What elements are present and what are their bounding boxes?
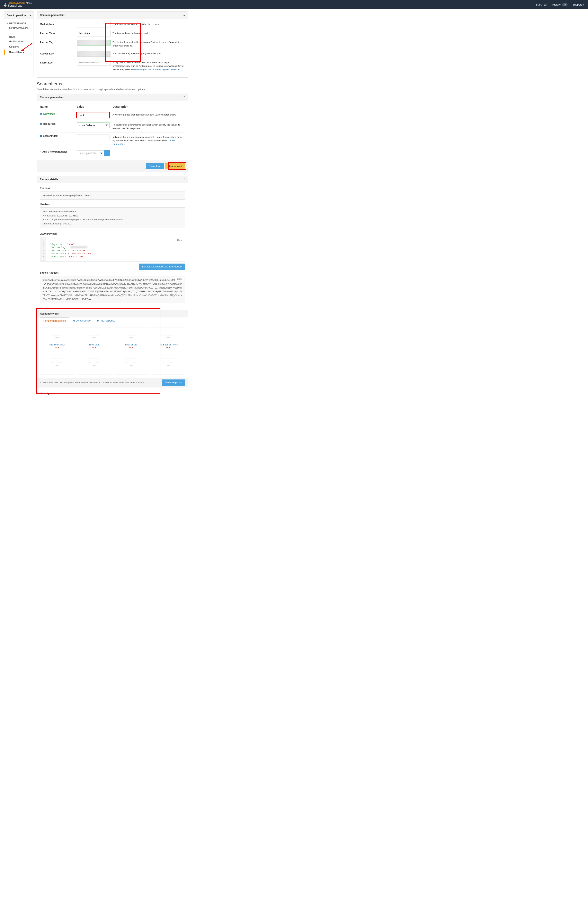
col-desc: Description [113,105,185,109]
json-payload-editor[interactable]: Copy 1 ▾{2 "Keywords": "book",3 "Partner… [40,237,185,261]
headers-label: Headers [40,203,185,206]
remove-keywords-icon[interactable]: ✖ [40,112,42,115]
nav-group-browsenode[interactable]: BROWSENODE [4,21,34,25]
access-key-input[interactable] [77,51,110,57]
result-card[interactable]: No image availableBook ClubN/A [77,327,111,352]
searchindex-input[interactable] [77,134,110,140]
result-title: Book of Life [116,343,146,346]
operation-subtitle: SearchItems operation searches for items… [37,88,188,91]
chevron-up-icon: ⌃ [183,96,185,99]
partner-tag-desc: Tag that uniquely identifies you as a Pa… [113,40,185,48]
result-card[interactable]: No image availableThe Book of EliN/A [40,327,74,352]
col-name: Name [40,105,77,109]
reset-form-button[interactable]: Reset form [146,163,164,169]
request-parameters-panel: Request parameters ⌃ Name Value Descript… [37,94,188,172]
brand-api: API [26,2,29,4]
tab-json-response[interactable]: JSON response [69,318,94,324]
start-tour-link[interactable]: Start Tour [536,3,548,6]
becoming-developer-link[interactable]: Becoming Product Advertising API Develop… [133,68,180,71]
searchindex-desc: Indicates the product category to search… [113,134,185,146]
marketplace-select[interactable] [77,22,110,28]
result-card[interactable]: No image available [40,355,74,375]
resources-select[interactable]: None Selected [77,122,110,128]
request-details-title: Request details [40,178,58,181]
chevron-up-icon: ⌃ [183,178,185,181]
headers-value: Host: webservices.amazon.com X-Amz-Date:… [40,207,185,228]
support-link[interactable]: Support ▾ [572,3,584,6]
param-resources-label: Resources [43,123,55,125]
result-price: N/A [116,346,146,349]
marketplace-label: Marketplace [40,22,75,26]
add-param-button[interactable]: + [104,150,110,156]
expand-icon[interactable]: › [40,150,41,153]
result-card[interactable]: No image available [151,355,185,375]
secret-key-label: Secret Key [40,60,75,64]
param-keywords-label: Keywords [43,112,55,115]
no-image-icon: No image available [125,358,137,369]
common-parameters-header[interactable]: Common parameters ⌄ [37,12,188,19]
request-details-header[interactable]: Request details ⌃ [37,176,188,183]
chevron-left-icon: ‹ [30,14,31,17]
tab-html-response[interactable]: HTML response [94,318,118,324]
brand-title: Scratchpad [8,4,32,7]
sidebar-title: Select operation [7,14,26,17]
result-title: Book Club [79,343,109,346]
top-bar: a Product Advertising API5.0 Scratchpad … [0,0,588,9]
sidebar-header[interactable]: Select operation ‹ [4,12,34,19]
marketplace-desc: The locale where you are making the requ… [113,22,185,26]
result-card[interactable]: No image availableThe Book of HenryN/A [151,327,185,352]
remove-resources-icon[interactable]: ✖ [40,122,42,125]
result-title: The Book of Henry [153,343,183,346]
tab-rendered-response[interactable]: Rendered response [40,318,69,324]
add-param-select[interactable]: Select parameter [77,150,104,156]
request-parameters-title: Request parameters [40,96,63,99]
response-types-panel: Response types Rendered response JSON re… [37,310,188,387]
partner-type-select[interactable]: Associates [77,31,110,36]
result-card[interactable]: No image available [77,355,111,375]
amazon-logo-icon: a [4,2,6,7]
access-key-desc: Your Access Key which uniquely identifie… [113,51,185,55]
code-snippets-title: Code snippets [37,391,188,396]
common-parameters-panel: Common parameters ⌄ Marketplace The loca… [37,11,188,78]
partner-type-desc: The type of Amazon business entity. [113,31,185,35]
annotation-arrow-icon [21,41,35,51]
result-card[interactable]: No image available [114,355,148,375]
extract-run-button[interactable]: Extract parameters and run request [139,264,185,270]
col-value: Value [77,105,113,109]
resources-desc: Resources for SearchItems operation whic… [113,122,185,130]
request-parameters-header[interactable]: Request parameters ⌃ [37,94,188,101]
svg-line-0 [23,43,33,50]
secret-key-input[interactable] [77,60,110,66]
run-request-button[interactable]: Run request [165,163,185,169]
partner-type-label: Partner Type [40,31,75,35]
no-image-icon: No image available [51,331,63,341]
save-response-button[interactable]: Save response [162,379,185,386]
partner-tag-input[interactable] [77,40,110,45]
request-details-panel: Request details ⌃ Endpoint webservices.a… [37,176,188,306]
history-link[interactable]: History 4▾ [552,3,567,6]
sidebar-item-getbrowsenodes[interactable]: GetBrowseNodes [4,25,34,31]
result-card[interactable]: No image availableBook of LifeN/A [114,327,148,352]
partner-tag-label: Partner Tag [40,40,75,44]
param-searchindex-label: SearchIndex [43,134,58,138]
result-title: The Book of Eli [42,343,72,346]
nav-group-item[interactable]: ITEM [4,35,34,39]
result-price: N/A [153,346,183,349]
result-price: N/A [79,346,109,349]
signed-request-label: Signed Request [40,271,185,274]
result-price: N/A [42,346,72,349]
copy-signed-button[interactable]: Copy [175,277,184,281]
brand-version: 5.0 [29,2,32,4]
keywords-desc: A word or phrase that describes an item … [113,112,185,117]
operation-title: SearchItems [37,81,188,87]
logo-area: a Product Advertising API5.0 Scratchpad [4,2,32,7]
secret-key-desc: A key that is used in conjunction with t… [113,60,185,71]
keywords-input[interactable] [77,112,110,118]
chevron-down-icon: ⌄ [183,14,185,16]
endpoint-label: Endpoint [40,187,185,190]
no-image-icon: No image available [88,358,100,369]
remove-searchindex-icon[interactable]: ✖ [40,134,42,138]
copy-button[interactable]: Copy [175,238,184,242]
access-key-label: Access Key [40,51,75,55]
history-count: 4 [564,3,565,6]
